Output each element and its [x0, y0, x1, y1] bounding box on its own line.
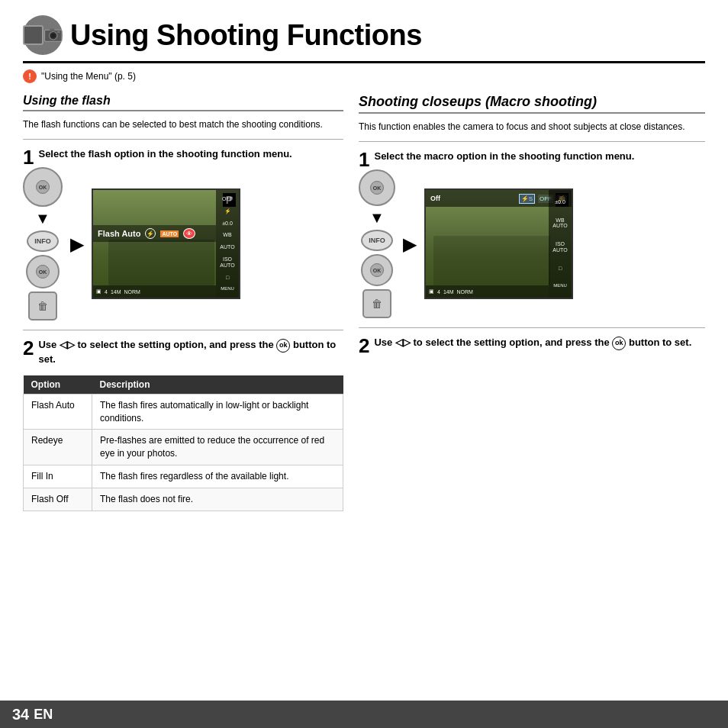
- right-item-ev: ±0.0: [222, 221, 233, 227]
- ok-circle: ok: [276, 339, 290, 353]
- right-diagram: OK ▼ INFO OK 🗑 ▶: [359, 169, 705, 318]
- r-bottom-3: 14M: [443, 289, 454, 295]
- svg-point-2: [50, 34, 55, 38]
- option-flash-off: Flash Off: [24, 488, 92, 511]
- right-item-flash: ⚡: [224, 208, 231, 214]
- arrow-indicator: ▼: [35, 210, 50, 227]
- note-text: "Using the Menu" (p. 5): [41, 71, 136, 82]
- option-flash-auto: Flash Auto: [24, 394, 92, 430]
- right-item-off: OFF: [222, 196, 233, 202]
- camera-buttons-left: OK ▼ INFO OK 🗑: [23, 167, 63, 321]
- left-camera-screen: P Flash Auto ⚡ AUTO 👁 OFF: [92, 188, 240, 299]
- right-item-iso: ISO AUTO: [217, 256, 237, 268]
- ok-button-center-2[interactable]: OK: [36, 265, 50, 279]
- right-arrow-down: ▼: [369, 209, 385, 227]
- page-footer: 34 EN: [0, 701, 728, 728]
- right-item-menu: □: [226, 275, 229, 281]
- right-screen-right-panel: ±0.0 WB AUTO ISO AUTO □ MENU: [549, 190, 572, 298]
- option-redeye: Redeye: [24, 430, 92, 465]
- r-item-menu: MENU: [553, 283, 567, 288]
- right-step-1: 1 Select the macro option in the shootin…: [359, 150, 705, 318]
- r-item-wb: WB AUTO: [550, 217, 570, 229]
- flash-auto-label: Flash Auto: [98, 229, 140, 238]
- step1-text: Select the flash option in the shooting …: [38, 147, 343, 161]
- left-section-heading: Using the flash: [23, 94, 343, 111]
- page-title: Using Shooting Functions: [70, 19, 422, 52]
- note-icon: !: [23, 69, 37, 83]
- flash-icon: ⚡: [145, 228, 156, 239]
- r-item-ev: ±0.0: [555, 199, 565, 205]
- nav-ring-button[interactable]: OK: [23, 167, 63, 207]
- divider-1: [23, 139, 343, 140]
- right-bottom-bar: ▣ 4 14M NORM: [426, 285, 549, 298]
- left-section-body: The flash functions can be selected to b…: [23, 118, 343, 131]
- screen-bottom-bar: ▣ 4 14M NORM: [93, 285, 216, 298]
- right-camera-screen: P Off ⚡S OFF ⚡: [424, 188, 573, 299]
- macro-icon-1: ⚡S: [519, 194, 535, 204]
- right-step2-number: 2: [359, 336, 369, 356]
- right-item-wb: WB: [223, 232, 231, 238]
- left-step-1: 1 Select the flash option in the shootin…: [23, 147, 343, 321]
- left-diagram: OK ▼ INFO OK 🗑: [23, 167, 343, 321]
- svg-rect-3: [50, 29, 54, 31]
- r-bottom-2: 4: [437, 289, 440, 295]
- table-row: Flash Auto The flash fires automatically…: [24, 394, 343, 430]
- right-step1-number: 1: [359, 150, 369, 169]
- page-language: EN: [34, 707, 53, 723]
- desc-flash-auto: The flash fires automatically in low-lig…: [92, 394, 343, 430]
- desc-flash-off: The flash does not fire.: [92, 488, 343, 511]
- right-column: Shooting closeups (Macro shooting) This …: [359, 94, 705, 511]
- page-number: 34: [12, 706, 29, 723]
- info-button[interactable]: INFO: [27, 230, 59, 252]
- right-nav-ring-2[interactable]: OK: [361, 254, 393, 286]
- table-row: Flash Off The flash does not fire.: [24, 488, 343, 511]
- r-bottom-4: NORM: [457, 289, 473, 295]
- trash-button[interactable]: 🗑: [28, 292, 57, 321]
- right-section-heading: Shooting closeups (Macro shooting): [359, 94, 705, 114]
- screen-right-panel: OFF ⚡ ±0.0 WB AUTO ISO AUTO □ MENU: [216, 190, 239, 298]
- step1-content: OK ▼ INFO OK 🗑: [23, 167, 343, 321]
- right-item-menu-text: MENU: [221, 286, 234, 292]
- flash-eye-icon: 👁: [183, 228, 195, 239]
- right-divider-2: [359, 327, 705, 328]
- options-table: Option Description Flash Auto The flash …: [23, 375, 343, 511]
- svg-rect-4: [57, 31, 60, 33]
- flash-auto-row: Flash Auto ⚡ AUTO 👁: [93, 225, 216, 242]
- right-trash-button[interactable]: 🗑: [362, 289, 391, 318]
- right-step2-text: Use ◁▷ to select the setting option, and…: [359, 336, 705, 350]
- divider-2: [23, 330, 343, 330]
- option-fill-in: Fill In: [24, 465, 92, 488]
- step2-text: Use ◁▷ to select the setting option, and…: [23, 338, 343, 366]
- table-header-description: Description: [92, 375, 343, 395]
- right-section-body: This function enables the camera to focu…: [359, 120, 705, 134]
- right-step-2: 2 Use ◁▷ to select the setting option, a…: [359, 336, 705, 350]
- right-screen-subject: [433, 236, 550, 285]
- step1-number: 1: [23, 147, 34, 167]
- left-column: Using the flash The flash functions can …: [23, 94, 343, 511]
- table-row: Redeye Pre-flashes are emitted to reduce…: [24, 430, 343, 465]
- right-ok-circle: ok: [612, 337, 626, 350]
- right-camera-buttons: OK ▼ INFO OK 🗑: [359, 169, 395, 318]
- desc-redeye: Pre-flashes are emitted to reduce the oc…: [92, 430, 343, 465]
- right-divider-1: [359, 141, 705, 142]
- r-bottom-1: ▣: [429, 288, 434, 295]
- nav-ring-button-2[interactable]: OK: [26, 255, 60, 288]
- right-arrow-right: ▶: [403, 234, 417, 255]
- screen-subject: [108, 240, 214, 285]
- chapter-icon: [23, 15, 63, 55]
- step2-number: 2: [23, 338, 34, 358]
- bottom-item-2: 4: [105, 289, 108, 295]
- r-item-iso: ISO AUTO: [550, 241, 570, 253]
- off-label: Off: [430, 195, 440, 202]
- right-ok-center-2[interactable]: OK: [370, 263, 384, 277]
- ok-button-center[interactable]: OK: [36, 180, 50, 194]
- right-nav-ring[interactable]: OK: [359, 169, 395, 206]
- page-container: Using Shooting Functions ! "Using the Me…: [0, 0, 728, 728]
- bottom-item-3: 14M: [111, 289, 121, 295]
- bottom-item-4: NORM: [124, 289, 140, 295]
- flash-auto-badge: AUTO: [160, 230, 179, 237]
- right-item-auto: AUTO: [220, 244, 234, 250]
- r-item-rect: □: [559, 266, 562, 272]
- right-info-button[interactable]: INFO: [361, 230, 393, 251]
- right-ok-center[interactable]: OK: [370, 181, 384, 195]
